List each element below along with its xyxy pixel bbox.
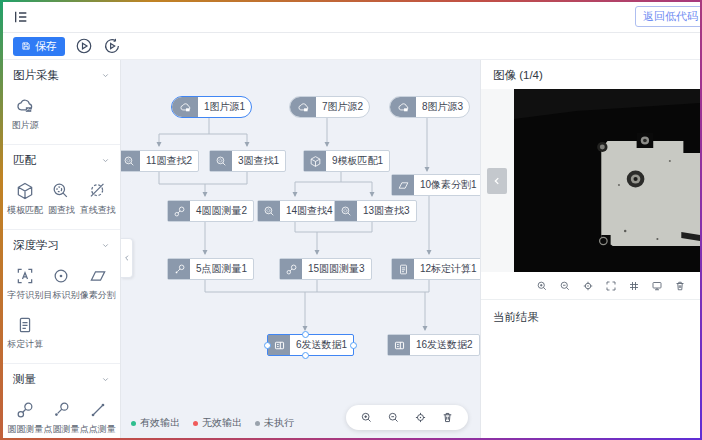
sidebar-item-template-match[interactable]: 模板匹配 bbox=[7, 181, 43, 217]
document-icon bbox=[392, 259, 414, 279]
image-panel-title: 图像 (1/4) bbox=[481, 60, 700, 89]
chevron-left-icon bbox=[123, 254, 131, 262]
sidebar-item-target-recognition[interactable]: 目标识别 bbox=[43, 266, 79, 302]
main-area: 图片采集 图片源 匹配 模板匹配 bbox=[3, 60, 700, 438]
cloud-icon bbox=[390, 97, 416, 117]
sidebar-item-point-point-measure[interactable]: 点点测量 bbox=[80, 400, 116, 436]
point-point-measure-icon bbox=[88, 400, 108, 420]
sidebar-item-circle-circle-measure[interactable]: 圆圆测量 bbox=[7, 400, 43, 436]
section-measure: 测量 圆圆测量 点圆测量 点点测量 bbox=[3, 364, 120, 438]
trash-icon[interactable] bbox=[441, 411, 454, 424]
sidebar-item-point-circle-measure[interactable]: 点圆测量 bbox=[43, 400, 79, 436]
section-header[interactable]: 深度学习 bbox=[3, 234, 120, 257]
flow-node-circle-find-1[interactable]: 3圆查找1 bbox=[209, 150, 286, 172]
locate-icon[interactable] bbox=[414, 411, 427, 424]
chevron-down-icon bbox=[101, 71, 110, 80]
image-toolbar bbox=[481, 272, 700, 300]
flow-node-send-data-2[interactable]: 16发送数据2 bbox=[387, 334, 480, 356]
status-legend: 有效输出 无效输出 未执行 bbox=[131, 416, 294, 430]
flow-node-image-source-2[interactable]: 7图片源2 bbox=[289, 96, 370, 118]
send-data-icon bbox=[388, 335, 410, 355]
circle-find-icon bbox=[258, 201, 280, 221]
menu-icon[interactable] bbox=[13, 9, 29, 25]
green-dot bbox=[131, 421, 136, 426]
camera-image[interactable] bbox=[514, 89, 700, 272]
node-handle-bottom[interactable] bbox=[302, 352, 309, 359]
section-deep-learning: 深度学习 字符识别 目标识别 像素分割 bbox=[3, 230, 120, 364]
play-loop-icon bbox=[103, 37, 121, 55]
prev-image-button[interactable] bbox=[487, 168, 507, 194]
gray-dot bbox=[255, 421, 260, 426]
circle-circle-measure-icon bbox=[280, 259, 302, 279]
image-nav-strip bbox=[481, 89, 514, 272]
trash-icon[interactable] bbox=[674, 280, 686, 292]
run-loop-button[interactable] bbox=[103, 37, 121, 55]
legend-valid-output: 有效输出 bbox=[131, 416, 180, 430]
node-handle-left[interactable] bbox=[264, 342, 271, 349]
flow-node-circle-circle-measure-3[interactable]: 15圆圆测量3 bbox=[279, 258, 372, 280]
section-title: 图片采集 bbox=[13, 68, 59, 83]
sidebar-item-pixel-segmentation[interactable]: 像素分割 bbox=[80, 266, 116, 302]
sidebar-item-char-recognition[interactable]: 字符识别 bbox=[7, 266, 43, 302]
canvas-zoom-toolbar bbox=[346, 405, 468, 430]
flow-node-circle-find-2[interactable]: 11圆查找2 bbox=[121, 150, 199, 172]
flow-canvas[interactable]: 1图片源1 7图片源2 8图片源3 11圆查找2 3圆查找1 9模板匹配1 bbox=[121, 60, 480, 438]
point-circle-measure-icon bbox=[168, 259, 190, 279]
circle-find-icon bbox=[51, 181, 71, 201]
image-viewer bbox=[481, 89, 700, 272]
flow-node-circle-find-4[interactable]: 14圆查找4 bbox=[257, 200, 340, 222]
sidebar-collapse-handle[interactable] bbox=[121, 238, 133, 278]
flow-node-image-source-3[interactable]: 8图片源3 bbox=[389, 96, 470, 118]
flow-node-calibration-calc-1[interactable]: 12标定计算1 bbox=[391, 258, 480, 280]
zoom-in-icon[interactable] bbox=[536, 280, 548, 292]
zoom-in-icon[interactable] bbox=[360, 411, 373, 424]
flow-node-pixel-segmentation-1[interactable]: 10像素分割1 bbox=[391, 174, 480, 196]
chevron-left-icon bbox=[492, 176, 502, 186]
save-button[interactable]: 保存 bbox=[13, 37, 65, 56]
flow-node-template-match-1[interactable]: 9模板匹配1 bbox=[303, 150, 390, 172]
section-header[interactable]: 测量 bbox=[3, 368, 120, 391]
export-icon[interactable] bbox=[651, 280, 663, 292]
section-match: 匹配 模板匹配 圆查找 直线查找 bbox=[3, 145, 120, 230]
sidebar-item-circle-find[interactable]: 圆查找 bbox=[43, 181, 79, 217]
flow-node-send-data-1[interactable]: 6发送数据1 bbox=[267, 334, 354, 356]
flow-node-circle-circle-measure-2[interactable]: 4圆圆测量2 bbox=[167, 200, 254, 222]
legend-invalid-output: 无效输出 bbox=[193, 416, 242, 430]
flow-node-image-source-1[interactable]: 1图片源1 bbox=[171, 96, 252, 118]
save-icon bbox=[21, 41, 31, 51]
circle-find-icon bbox=[121, 151, 140, 171]
section-title: 匹配 bbox=[13, 153, 36, 168]
point-circle-measure-icon bbox=[51, 400, 71, 420]
circle-circle-measure-icon bbox=[168, 201, 190, 221]
grid-icon[interactable] bbox=[628, 280, 640, 292]
chevron-down-icon bbox=[101, 241, 110, 250]
screen-frame: 返回低代码 保存 图片采集 图片源 bbox=[0, 0, 702, 440]
app-window: 返回低代码 保存 图片采集 图片源 bbox=[3, 2, 700, 438]
locate-icon[interactable] bbox=[582, 280, 594, 292]
segmentation-icon bbox=[88, 266, 108, 286]
zoom-out-icon[interactable] bbox=[559, 280, 571, 292]
node-handle-top[interactable] bbox=[302, 331, 309, 338]
play-icon bbox=[75, 37, 93, 55]
circle-find-icon bbox=[210, 151, 232, 171]
run-once-button[interactable] bbox=[75, 37, 93, 55]
cloud-icon bbox=[290, 97, 316, 117]
sidebar-item-line-find[interactable]: 直线查找 bbox=[80, 181, 116, 217]
fullscreen-icon[interactable] bbox=[605, 280, 617, 292]
zoom-out-icon[interactable] bbox=[387, 411, 400, 424]
cube-icon bbox=[304, 151, 326, 171]
return-lowcode-button[interactable]: 返回低代码 bbox=[635, 6, 700, 27]
legend-not-executed: 未执行 bbox=[255, 416, 294, 430]
current-result-title: 当前结果 bbox=[481, 300, 700, 335]
sidebar-item-image-source[interactable]: 图片源 bbox=[7, 96, 43, 132]
circle-find-icon bbox=[335, 201, 357, 221]
section-header[interactable]: 匹配 bbox=[3, 149, 120, 172]
toolbar: 保存 bbox=[3, 33, 700, 60]
cube-icon bbox=[15, 181, 35, 201]
flow-node-point-circle-measure-1[interactable]: 5点圆测量1 bbox=[167, 258, 254, 280]
preview-panel: 图像 (1/4) bbox=[480, 60, 700, 438]
section-title: 深度学习 bbox=[13, 238, 59, 253]
section-header[interactable]: 图片采集 bbox=[3, 64, 120, 87]
sidebar-item-calibration-calc[interactable]: 标定计算 bbox=[7, 315, 43, 351]
flow-node-circle-find-3[interactable]: 13圆查找3 bbox=[334, 200, 417, 222]
